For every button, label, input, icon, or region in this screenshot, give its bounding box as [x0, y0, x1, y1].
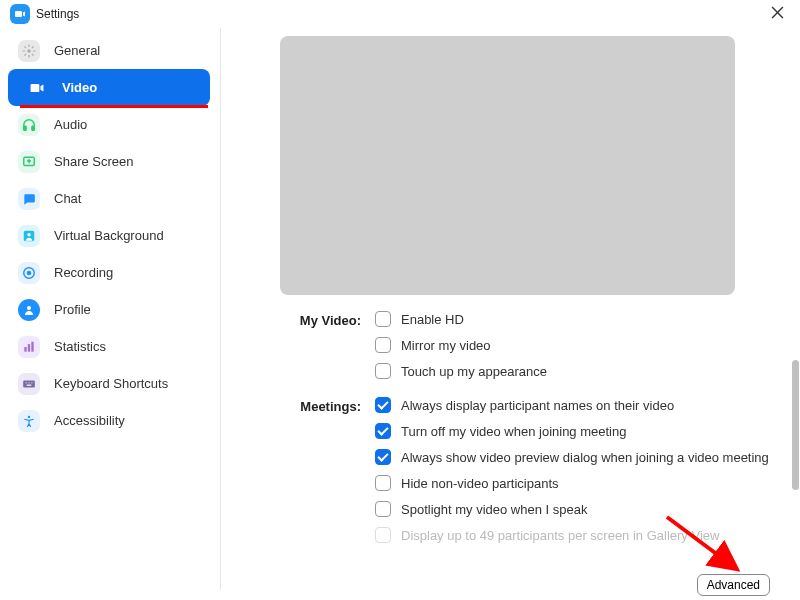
keyboard-icon [18, 373, 40, 395]
sidebar-item-label: Audio [54, 117, 87, 132]
option-label: Mirror my video [401, 338, 491, 353]
checkbox-icon [375, 337, 391, 353]
svg-point-15 [26, 382, 27, 383]
checkbox-icon [375, 397, 391, 413]
share-screen-icon [18, 151, 40, 173]
sidebar-item-general[interactable]: General [0, 32, 190, 69]
svg-point-1 [27, 49, 31, 53]
option-display-names[interactable]: Always display participant names on thei… [375, 397, 770, 413]
option-touch-up[interactable]: Touch up my appearance [375, 363, 770, 379]
option-label: Touch up my appearance [401, 364, 547, 379]
sidebar-item-chat[interactable]: Chat [0, 180, 190, 217]
svg-rect-4 [32, 126, 34, 130]
svg-rect-11 [24, 347, 26, 352]
option-label: Spotlight my video when I speak [401, 502, 587, 517]
svg-rect-0 [15, 11, 22, 17]
option-video-preview[interactable]: Always show video preview dialog when jo… [375, 449, 770, 465]
headphones-icon [18, 114, 40, 136]
checkbox-icon [375, 423, 391, 439]
sidebar-item-audio[interactable]: Audio [0, 106, 190, 143]
sidebar-item-label: Accessibility [54, 413, 125, 428]
svg-point-16 [28, 382, 29, 383]
svg-point-9 [27, 270, 32, 275]
svg-rect-2 [31, 83, 40, 91]
video-icon [26, 77, 48, 99]
option-label: Display up to 49 participants per screen… [401, 528, 719, 543]
svg-point-7 [27, 233, 31, 237]
option-turn-off-video[interactable]: Turn off my video when joining meeting [375, 423, 770, 439]
sidebar-item-video[interactable]: Video [8, 69, 210, 106]
sidebar-item-label: Virtual Background [54, 228, 164, 243]
sidebar-item-label: Statistics [54, 339, 106, 354]
svg-rect-18 [27, 384, 32, 385]
sidebar: General Video Audio Share Screen Chat Vi… [0, 28, 220, 600]
svg-point-10 [27, 306, 31, 310]
advanced-button[interactable]: Advanced [697, 574, 770, 596]
statistics-icon [18, 336, 40, 358]
sidebar-item-accessibility[interactable]: Accessibility [0, 402, 190, 439]
gear-icon [18, 40, 40, 62]
chat-icon [18, 188, 40, 210]
option-hide-nonvideo[interactable]: Hide non-video participants [375, 475, 770, 491]
accessibility-icon [18, 410, 40, 432]
sidebar-item-label: Video [62, 80, 97, 95]
video-preview [280, 36, 735, 295]
sidebar-item-statistics[interactable]: Statistics [0, 328, 190, 365]
option-spotlight[interactable]: Spotlight my video when I speak [375, 501, 770, 517]
app-icon [10, 4, 30, 24]
checkbox-icon [375, 527, 391, 543]
window-title: Settings [36, 7, 79, 21]
option-enable-hd[interactable]: Enable HD [375, 311, 770, 327]
sidebar-item-profile[interactable]: Profile [0, 291, 190, 328]
svg-point-17 [31, 382, 32, 383]
svg-rect-14 [23, 380, 35, 387]
svg-rect-13 [31, 341, 33, 351]
option-mirror-video[interactable]: Mirror my video [375, 337, 770, 353]
sidebar-item-label: General [54, 43, 100, 58]
svg-point-19 [28, 415, 30, 417]
checkbox-icon [375, 311, 391, 327]
checkbox-icon [375, 363, 391, 379]
option-label: Turn off my video when joining meeting [401, 424, 626, 439]
virtual-bg-icon [18, 225, 40, 247]
svg-rect-3 [24, 126, 26, 130]
option-label: Always show video preview dialog when jo… [401, 450, 769, 465]
sidebar-item-label: Keyboard Shortcuts [54, 376, 168, 391]
sidebar-item-share-screen[interactable]: Share Screen [0, 143, 190, 180]
checkbox-icon [375, 501, 391, 517]
window-header: Settings [0, 0, 800, 28]
sidebar-item-label: Share Screen [54, 154, 134, 169]
svg-rect-12 [28, 344, 30, 352]
sidebar-item-label: Recording [54, 265, 113, 280]
sidebar-item-label: Chat [54, 191, 81, 206]
scrollbar[interactable] [792, 360, 799, 490]
profile-icon [18, 299, 40, 321]
checkbox-icon [375, 475, 391, 491]
sidebar-item-recording[interactable]: Recording [0, 254, 190, 291]
sidebar-item-virtual-background[interactable]: Virtual Background [0, 217, 190, 254]
option-49-participants: Display up to 49 participants per screen… [375, 527, 770, 543]
record-icon [18, 262, 40, 284]
option-label: Always display participant names on thei… [401, 398, 674, 413]
section-my-video: My Video: [280, 311, 375, 389]
section-meetings: Meetings: [280, 397, 375, 553]
content-panel: My Video: Enable HD Mirror my video Touc… [220, 28, 800, 600]
sidebar-item-label: Profile [54, 302, 91, 317]
close-button[interactable] [765, 4, 790, 24]
sidebar-item-keyboard-shortcuts[interactable]: Keyboard Shortcuts [0, 365, 190, 402]
option-label: Hide non-video participants [401, 476, 559, 491]
checkbox-icon [375, 449, 391, 465]
option-label: Enable HD [401, 312, 464, 327]
